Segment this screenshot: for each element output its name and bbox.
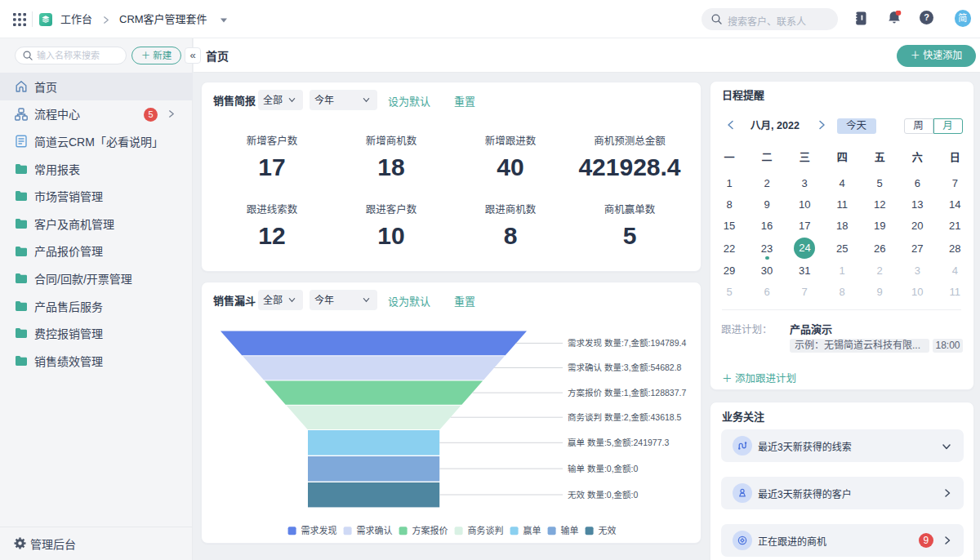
svg-text:商务谈判 数量:2,金额:43618.5: 商务谈判 数量:2,金额:43618.5 xyxy=(568,412,682,422)
svg-text:赢单 数量:5,金额:241977.3: 赢单 数量:5,金额:241977.3 xyxy=(568,438,669,447)
svg-text:输单 数量:0,金额:0: 输单 数量:0,金额:0 xyxy=(568,464,639,473)
svg-text:方案报价 数量:1,金额:128837.7: 方案报价 数量:1,金额:128837.7 xyxy=(568,388,686,398)
svg-text:需求确认: 需求确认 xyxy=(357,526,393,536)
svg-text:方案报价: 方案报价 xyxy=(412,525,448,536)
svg-text:输单: 输单 xyxy=(561,525,579,536)
svg-text:无效: 无效 xyxy=(599,525,617,536)
svg-text:需求发现: 需求发现 xyxy=(301,525,337,536)
svg-text:需求发现 数量:7,金额:194789.4: 需求发现 数量:7,金额:194789.4 xyxy=(568,338,686,348)
svg-text:需求确认 数量:3,金额:54682.8: 需求确认 数量:3,金额:54682.8 xyxy=(568,362,682,372)
svg-text:赢单: 赢单 xyxy=(523,525,541,536)
svg-text:无效 数量:0,金额:0: 无效 数量:0,金额:0 xyxy=(568,490,639,500)
svg-text:商务谈判: 商务谈判 xyxy=(468,525,504,536)
